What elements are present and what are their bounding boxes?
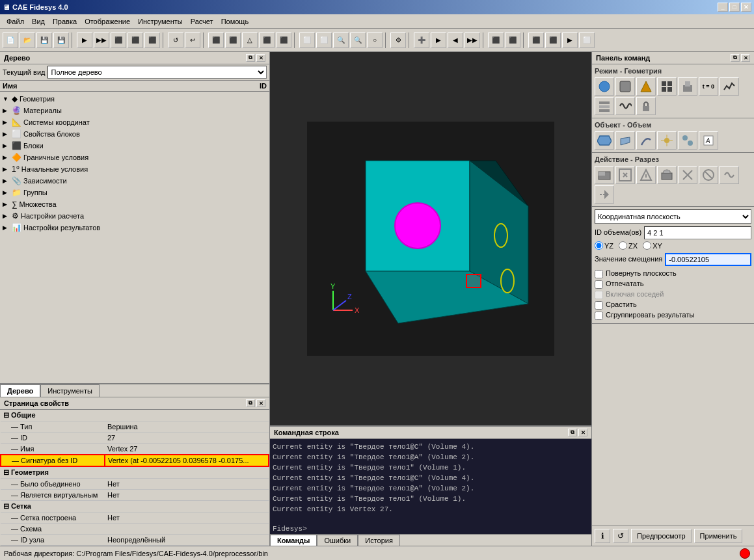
tb-arr3[interactable]: ▶▶ xyxy=(465,33,480,48)
tab-tree[interactable]: Дерево xyxy=(0,384,40,397)
tb-run2[interactable]: ⬛ xyxy=(505,33,520,48)
action-btn-5[interactable] xyxy=(678,166,697,184)
tb-run[interactable]: ⬛ xyxy=(488,33,504,48)
tree-item-blocks[interactable]: ▶ ⬛ Блоки xyxy=(0,140,269,152)
action-btn-7[interactable] xyxy=(720,166,739,184)
apply-button[interactable]: Применить xyxy=(694,529,743,543)
cb-group-results-input[interactable] xyxy=(595,312,603,320)
cmdtab-history[interactable]: История xyxy=(358,535,400,546)
radio-yz-label[interactable]: YZ xyxy=(595,241,613,250)
tb-play[interactable]: ▶ xyxy=(77,33,92,48)
tree-view-select[interactable]: Полное дерево xyxy=(47,66,267,79)
obj-btn-volume[interactable] xyxy=(595,131,614,150)
tree-item-initial[interactable]: ▶ 1⁰ Начальные условия xyxy=(0,163,269,175)
tb-extra4[interactable]: ⬜ xyxy=(579,33,595,48)
tb-saveas[interactable]: 💾 xyxy=(53,33,69,48)
mode-btn-lock[interactable] xyxy=(636,97,656,115)
tb-arr2[interactable]: ◀ xyxy=(448,33,463,48)
tb-mesh5[interactable]: ⬛ xyxy=(276,33,291,48)
right-float-button[interactable]: ⧉ xyxy=(731,54,740,62)
menu-edit[interactable]: Правка xyxy=(49,16,81,27)
props-float-button[interactable]: ⧉ xyxy=(246,399,255,407)
refresh-button[interactable]: ↺ xyxy=(613,529,628,543)
expander-geometry[interactable]: ▼ xyxy=(3,96,12,102)
mode-btn-4[interactable] xyxy=(657,77,677,96)
expander-sets[interactable]: ▶ xyxy=(3,201,12,207)
tb-extra1[interactable]: ⬛ xyxy=(528,33,544,48)
cmdline-float-button[interactable]: ⧉ xyxy=(568,429,577,436)
tb-view3[interactable]: 🔍 xyxy=(333,33,349,48)
tb-mesh4[interactable]: ⬛ xyxy=(259,33,275,48)
menu-help[interactable]: Помощь xyxy=(217,16,253,27)
tb-stop[interactable]: ⬛ xyxy=(111,33,126,48)
action-btn-4[interactable] xyxy=(657,166,677,184)
tb-arr1[interactable]: ▶ xyxy=(431,33,446,48)
close-button[interactable]: ✕ xyxy=(741,3,751,12)
tb-plus[interactable]: ➕ xyxy=(414,33,429,48)
tb-save[interactable]: 💾 xyxy=(36,33,52,48)
obj-btn-curve[interactable] xyxy=(636,131,656,150)
tb-mesh2[interactable]: ⬛ xyxy=(225,33,241,48)
coord-plane-select[interactable]: Координатная плоскость xyxy=(595,209,751,224)
menu-file[interactable]: Файл xyxy=(3,16,28,27)
tb-undo[interactable]: ↩ xyxy=(185,33,200,48)
tb-mesh3[interactable]: △ xyxy=(242,33,258,48)
id-volumes-input[interactable] xyxy=(644,226,751,239)
tree-item-depends[interactable]: ▶ 📎 Зависимости xyxy=(0,175,269,187)
tb-view2[interactable]: ⬜ xyxy=(316,33,332,48)
tb-open[interactable]: 📂 xyxy=(20,33,35,48)
action-btn-3[interactable] xyxy=(636,166,656,184)
tree-item-boundary[interactable]: ▶ 🔶 Граничные условия xyxy=(0,152,269,163)
mode-btn-5[interactable] xyxy=(678,77,697,96)
tb-cube2[interactable]: ⬛ xyxy=(144,33,160,48)
tb-mesh1[interactable]: ⬛ xyxy=(208,33,224,48)
cmdline-close-button[interactable]: ✕ xyxy=(578,429,587,436)
tb-new[interactable]: 📄 xyxy=(3,33,18,48)
radio-xy[interactable] xyxy=(643,241,651,250)
tree-item-sets[interactable]: ▶ ∑ Множества xyxy=(0,198,269,210)
action-btn-1[interactable] xyxy=(595,166,614,184)
radio-zx-label[interactable]: ZX xyxy=(619,241,638,250)
viewport-canvas[interactable]: X Y Z xyxy=(270,52,591,425)
obj-btn-group[interactable] xyxy=(678,131,697,150)
tree-item-materials[interactable]: ▶ 🔮 Материалы xyxy=(0,105,269,116)
cmdtab-commands[interactable]: Команды xyxy=(270,535,317,546)
mode-btn-wave[interactable] xyxy=(615,97,635,115)
obj-btn-text[interactable]: A xyxy=(699,131,718,150)
tb-view5[interactable]: ○ xyxy=(367,33,383,48)
menu-display[interactable]: Отображение xyxy=(81,16,134,27)
mode-btn-3[interactable] xyxy=(636,77,656,96)
mode-btn-table[interactable] xyxy=(595,97,614,115)
expander-calcsettings[interactable]: ▶ xyxy=(3,213,12,219)
tb-extra2[interactable]: ⬛ xyxy=(545,33,561,48)
props-close-button[interactable]: ✕ xyxy=(256,399,265,407)
expander-groups[interactable]: ▶ xyxy=(3,189,12,196)
tb-view1[interactable]: ⬜ xyxy=(299,33,315,48)
tb-extra3[interactable]: ▶ xyxy=(562,33,578,48)
maximize-button[interactable]: □ xyxy=(729,3,740,12)
cb-merge-input[interactable] xyxy=(595,301,603,310)
tree-item-results[interactable]: ▶ 📊 Настройки результатов xyxy=(0,222,269,233)
tree-item-groups[interactable]: ▶ 📁 Группы xyxy=(0,187,269,198)
cmdline-input[interactable] xyxy=(311,525,589,533)
cb-include-neighbors-input[interactable] xyxy=(595,291,603,299)
mode-btn-2[interactable] xyxy=(615,77,635,96)
mode-btn-time[interactable]: t = 0 xyxy=(699,77,718,96)
expander-materials[interactable]: ▶ xyxy=(3,107,12,114)
obj-btn-surface[interactable] xyxy=(615,131,635,150)
radio-zx[interactable] xyxy=(619,241,627,250)
tree-close-button[interactable]: ✕ xyxy=(256,54,265,62)
tree-item-coords[interactable]: ▶ 📐 Системы координат xyxy=(0,116,269,128)
expander-depends[interactable]: ▶ xyxy=(3,178,12,184)
expander-blocks[interactable]: ▶ xyxy=(3,142,12,149)
expander-blockprops[interactable]: ▶ xyxy=(3,131,12,137)
tree-item-geometry[interactable]: ▼ ◆ Геометрия xyxy=(0,93,269,105)
tree-item-calcsettings[interactable]: ▶ ⚙ Настройки расчета xyxy=(0,210,269,222)
radio-yz[interactable] xyxy=(595,241,603,250)
cb-print-input[interactable] xyxy=(595,280,603,289)
action-btn-6[interactable] xyxy=(699,166,718,184)
menu-view[interactable]: Вид xyxy=(28,16,49,27)
expander-initial[interactable]: ▶ xyxy=(3,166,12,172)
action-btn-2[interactable] xyxy=(615,166,635,184)
tree-float-button[interactable]: ⧉ xyxy=(246,54,255,62)
